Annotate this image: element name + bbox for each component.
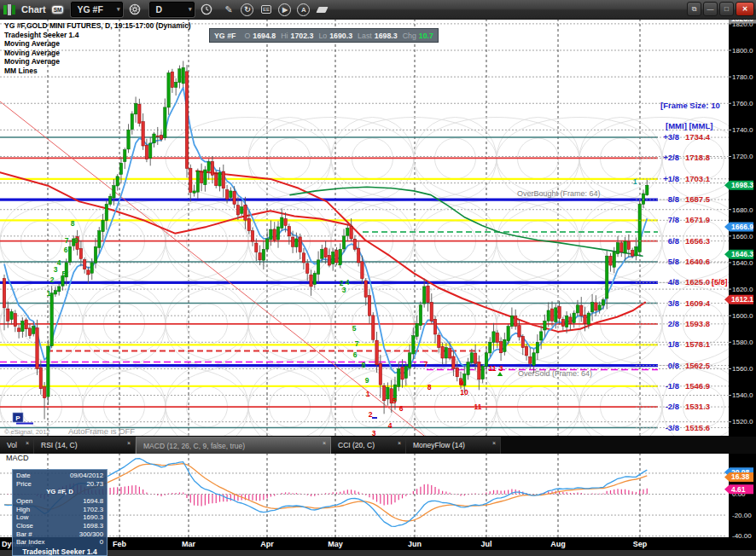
svg-text:Jun: Jun <box>408 540 422 548</box>
interval-dropdown[interactable]: D▾ <box>149 2 195 17</box>
svg-text:-40.00: -40.00 <box>732 532 752 540</box>
svg-text:Feb: Feb <box>113 540 127 548</box>
svg-text:1800.0: 1800.0 <box>732 47 753 55</box>
tab-rsi[interactable]: RSI (14, C)× <box>34 437 136 454</box>
legend-line: MM Lines <box>4 67 191 76</box>
svg-text:4.61: 4.61 <box>731 485 746 494</box>
svg-text:1515.6: 1515.6 <box>685 423 710 432</box>
quote-field-label: O <box>244 32 250 40</box>
svg-text:1593.8: 1593.8 <box>685 319 710 328</box>
svg-text:8: 8 <box>71 219 75 228</box>
tab-label: MACD (12, 26, C, 9, false, true) <box>143 442 245 450</box>
quote-field-label: Last <box>358 32 372 40</box>
auto-a-icon[interactable]: A <box>296 3 311 17</box>
legend-line: YG #F,GOLD MINI FUTURES, D, 19:15-17:00 … <box>4 21 191 31</box>
data-window-value: 1694.8 <box>83 497 103 506</box>
svg-text:1531.3: 1531.3 <box>685 402 710 411</box>
app-icon <box>3 4 16 15</box>
data-window-field: Low <box>16 513 28 522</box>
data-window-field: Date <box>16 472 30 480</box>
quote-field-value: 1694.8 <box>253 32 276 40</box>
chart-application-window: Chart SM YG #F▾ D▾ ✎ ↻ EE ▶ A ⧉ ― □ ✕ 12… <box>0 0 756 556</box>
svg-text:3/8: 3/8 <box>668 298 679 308</box>
tab-label: RSI (14, C) <box>41 441 78 449</box>
quote-data-bar[interactable]: YG #F O1694.8Hi1702.3Lo1690.3Last1698.3C… <box>209 28 439 43</box>
quote-field-value: 10.7 <box>419 32 433 40</box>
data-window-row: Bar #300/300 <box>16 530 103 539</box>
svg-text:[MMI] [MML]: [MMI] [MML] <box>666 121 712 130</box>
data-window-field: Bar Index <box>16 538 44 547</box>
svg-text:0/8: 0/8 <box>668 361 679 370</box>
svg-text:1600.0: 1600.0 <box>732 312 753 320</box>
tab-close-icon[interactable]: × <box>323 440 326 446</box>
quote-field-value: 1698.3 <box>375 32 398 40</box>
quote-field-label: Lo <box>318 32 327 40</box>
svg-text:7: 7 <box>65 236 69 245</box>
quote-symbol: YG #F <box>214 32 236 40</box>
svg-text:3: 3 <box>499 364 503 373</box>
svg-text:[5/8]: [5/8] <box>712 278 728 287</box>
svg-text:1718.8: 1718.8 <box>685 153 710 162</box>
eraser-icon[interactable] <box>315 3 329 17</box>
svg-text:1/8: 1/8 <box>668 339 679 349</box>
tab-macd[interactable]: MACD (12, 26, C, 9, false, true)× <box>136 437 331 454</box>
svg-text:Apr: Apr <box>260 540 274 548</box>
svg-text:2/8: 2/8 <box>668 319 679 328</box>
formula-editor-icon[interactable]: EE <box>259 3 273 17</box>
tab-close-icon[interactable]: × <box>398 440 401 446</box>
svg-text:1640.6: 1640.6 <box>685 257 710 266</box>
close-window-button[interactable]: ✕ <box>736 2 754 16</box>
svg-text:16.38: 16.38 <box>731 472 750 481</box>
svg-text:1625.0: 1625.0 <box>685 277 710 287</box>
svg-text:5/8: 5/8 <box>668 257 679 266</box>
svg-text:9: 9 <box>460 379 464 387</box>
svg-text:3: 3 <box>342 286 346 294</box>
refresh-icon[interactable]: ↻ <box>240 3 254 17</box>
time-interval-clock-icon[interactable] <box>199 3 213 17</box>
symbol-settings-gear-icon[interactable] <box>127 3 142 17</box>
data-window-row: Low1690.3 <box>16 513 103 522</box>
tab-close-icon[interactable]: × <box>127 440 131 446</box>
svg-text:-2/8: -2/8 <box>666 402 679 411</box>
svg-text:May: May <box>328 540 343 548</box>
minimize-window-button[interactable]: ― <box>703 2 718 16</box>
tab-close-icon[interactable]: × <box>492 440 496 446</box>
tab-cci[interactable]: CCI (20, C)× <box>331 437 406 454</box>
symbol-dropdown[interactable]: YG #F▾ <box>71 2 123 17</box>
svg-text:7: 7 <box>355 339 359 348</box>
svg-text:8: 8 <box>362 361 366 369</box>
data-window-value: 1690.3 <box>83 513 103 522</box>
svg-text:Sep: Sep <box>633 540 648 548</box>
maximize-window-button[interactable]: □ <box>719 2 734 16</box>
tab-label: Vol <box>7 441 17 449</box>
svg-text:P: P <box>15 414 20 422</box>
svg-text:Jul: Jul <box>480 540 491 548</box>
chart-toolbar: Chart SM YG #F▾ D▾ ✎ ↻ EE ▶ A <box>0 0 756 20</box>
svg-text:6: 6 <box>399 404 404 413</box>
svg-text:1703.1: 1703.1 <box>685 174 711 183</box>
tab-vol[interactable]: Vol× <box>0 437 34 454</box>
chart-legend: YG #F,GOLD MINI FUTURES, D, 19:15-17:00 … <box>4 21 191 76</box>
svg-text:9: 9 <box>365 376 369 385</box>
tab-moneyflow[interactable]: MoneyFlow (14)× <box>406 437 501 454</box>
data-window-row: Price20.73 <box>16 480 103 489</box>
tab-close-icon[interactable]: × <box>26 440 29 446</box>
svg-text:1640.0: 1640.0 <box>732 259 753 267</box>
svg-text:1560.0: 1560.0 <box>732 365 753 373</box>
svg-text:6/8: 6/8 <box>668 236 679 246</box>
quote-field-value: 1690.3 <box>329 32 352 40</box>
svg-text:1780.0: 1780.0 <box>732 73 753 81</box>
svg-text:4/8: 4/8 <box>668 277 679 287</box>
draw-pencil-icon[interactable]: ✎ <box>221 3 236 17</box>
svg-text:-20.00: -20.00 <box>732 512 752 519</box>
window-controls: ⧉ ― □ ✕ <box>687 2 754 16</box>
svg-text:+1/8: +1/8 <box>663 174 679 183</box>
chart-plot-area[interactable]: 12354679812435768912345678910111131POver… <box>0 0 756 556</box>
restore-window-button[interactable]: ⧉ <box>687 2 701 16</box>
svg-text:7: 7 <box>424 360 428 368</box>
svg-text:4: 4 <box>57 258 61 267</box>
legend-line: Moving Average <box>4 39 191 49</box>
play-icon[interactable]: ▶ <box>277 3 292 17</box>
svg-text:[Frame Size: 10: [Frame Size: 10 <box>660 101 720 110</box>
data-window-field: Close <box>16 522 33 530</box>
